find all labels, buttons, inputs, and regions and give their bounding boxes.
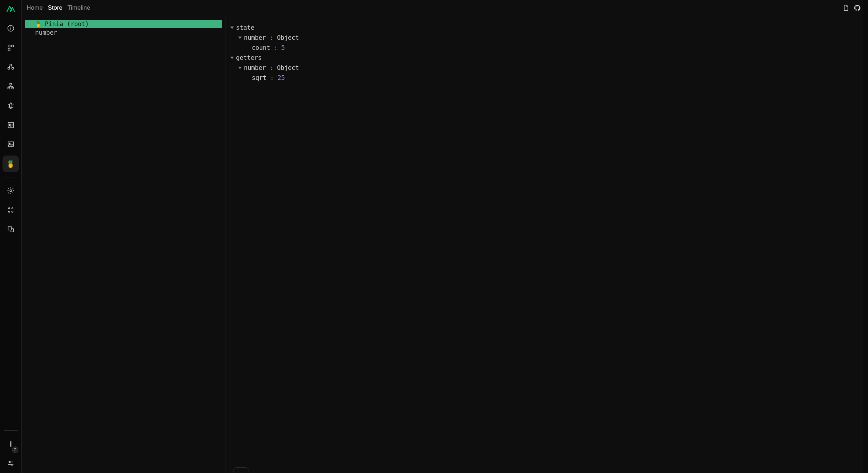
sidebar-pages-icon[interactable] <box>3 39 19 56</box>
svg-point-26 <box>9 462 10 463</box>
caret-down-icon <box>230 57 234 59</box>
store-list-pane: 🍍 Pinia (root) number <box>22 16 226 473</box>
scrollbar[interactable] <box>863 0 868 473</box>
svg-point-8 <box>11 67 14 70</box>
detail-state-label: state <box>236 23 254 33</box>
sidebar-settings-icon[interactable] <box>3 182 19 199</box>
svg-rect-9 <box>10 83 12 85</box>
svg-point-27 <box>11 464 13 465</box>
svg-rect-10 <box>8 87 10 89</box>
svg-point-17 <box>11 208 13 209</box>
detail-getters-sqrt-row[interactable]: sqrt : 25 <box>230 73 864 83</box>
topbar-docs-icon[interactable] <box>840 2 852 14</box>
store-root-row[interactable]: 🍍 Pinia (root) <box>25 20 222 28</box>
store-item-label: number <box>35 29 57 36</box>
detail-getters-number-type: Object <box>277 63 299 73</box>
detail-getters-sqrt-value: 25 <box>278 73 285 83</box>
svg-point-23 <box>10 445 11 446</box>
detail-state-number-type: Object <box>277 33 299 43</box>
sidebar-runtime-icon[interactable] <box>3 202 19 218</box>
sidebar-analyze-icon[interactable] <box>3 221 19 238</box>
icon-sidebar: 🍍 7 <box>0 0 22 473</box>
sidebar-modules-icon[interactable] <box>3 117 19 133</box>
svg-rect-13 <box>8 142 13 147</box>
main-wrap: Home Store Timeline 🍍 Pinia (root) numbe <box>22 0 868 473</box>
sidebar-assets-icon[interactable] <box>3 136 19 153</box>
sidebar-tree-icon[interactable] <box>3 78 19 95</box>
detail-state-count-value: 5 <box>281 43 285 53</box>
sidebar-separator <box>4 177 18 177</box>
detail-state-number-row[interactable]: number : Object <box>230 33 864 43</box>
sidebar-more-icon[interactable]: 7 <box>3 436 19 452</box>
colon: : <box>266 73 278 83</box>
topbar-github-icon[interactable] <box>852 2 863 14</box>
detail-state-header[interactable]: state <box>230 23 864 33</box>
svg-rect-11 <box>11 87 14 89</box>
pineapple-icon: 🍍 <box>6 159 15 168</box>
detail-state-count-row[interactable]: count : 5 <box>230 43 864 53</box>
svg-point-19 <box>11 211 13 212</box>
svg-rect-20 <box>8 227 11 230</box>
detail-getters-sqrt-key: sqrt <box>252 73 266 83</box>
sidebar-components-icon[interactable] <box>3 59 19 75</box>
svg-point-21 <box>10 441 11 443</box>
detail-state-count-key: count <box>252 43 270 53</box>
detail-tree: state number : Object count : 5 <box>230 23 864 83</box>
sidebar-more-badge: 7 <box>12 446 18 453</box>
sidebar-info-icon[interactable] <box>3 20 19 37</box>
colon: : <box>266 63 277 73</box>
sidebar-separator-bottom <box>4 430 18 431</box>
svg-rect-4 <box>11 45 13 47</box>
svg-point-18 <box>8 211 10 212</box>
pineapple-icon: 🍍 <box>35 21 41 27</box>
topbar: Home Store Timeline <box>22 0 868 16</box>
detail-getters-number-key: number <box>244 63 266 73</box>
detail-state-number-key: number <box>244 33 266 43</box>
caret-down-icon <box>238 37 242 39</box>
svg-rect-3 <box>8 45 10 47</box>
svg-point-7 <box>8 67 10 70</box>
tab-store[interactable]: Store <box>48 4 62 11</box>
colon: : <box>266 33 277 43</box>
caret-down-icon <box>238 67 242 69</box>
content-split: 🍍 Pinia (root) number state <box>22 16 868 473</box>
topbar-tabs: Home Store Timeline <box>27 4 90 11</box>
svg-point-16 <box>8 208 10 209</box>
store-root-label: Pinia (root) <box>45 20 89 28</box>
nuxt-logo[interactable] <box>5 5 16 14</box>
sidebar-sliders-icon[interactable] <box>3 455 19 472</box>
detail-pane: state number : Object count : 5 <box>226 16 868 473</box>
bottom-toolbar-pill[interactable] <box>233 467 249 473</box>
sidebar-imports-icon[interactable] <box>3 97 19 114</box>
colon: : <box>270 43 281 53</box>
detail-getters-label: getters <box>236 53 262 63</box>
tab-timeline[interactable]: Timeline <box>67 4 90 11</box>
svg-point-2 <box>10 27 11 27</box>
svg-point-15 <box>10 190 12 192</box>
detail-getters-header[interactable]: getters <box>230 53 864 63</box>
app-root: 🍍 7 Home Store Timeline <box>0 0 868 473</box>
store-item-row[interactable]: number <box>25 28 222 37</box>
caret-down-icon <box>230 27 234 29</box>
detail-getters-number-row[interactable]: number : Object <box>230 63 864 73</box>
svg-rect-5 <box>8 48 10 51</box>
sidebar-pinia-icon[interactable]: 🍍 <box>3 156 19 172</box>
svg-point-22 <box>10 444 11 445</box>
tab-home[interactable]: Home <box>27 4 43 11</box>
